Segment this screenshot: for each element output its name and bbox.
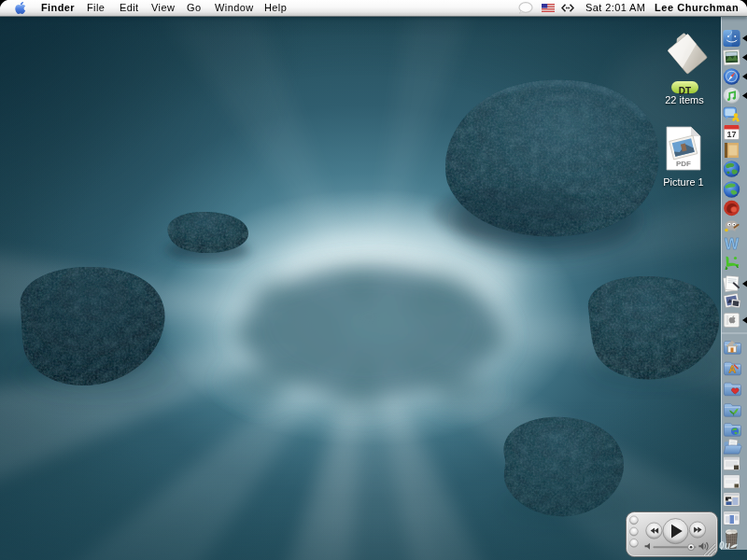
svg-text:17: 17: [726, 130, 736, 139]
svg-text:W: W: [725, 236, 740, 252]
svg-text:PDF: PDF: [676, 160, 691, 168]
